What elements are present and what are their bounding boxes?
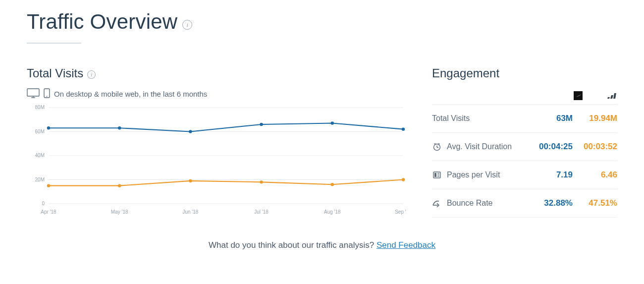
svg-point-27 — [47, 184, 50, 187]
feedback-question: What do you think about our traffic anal… — [209, 240, 376, 250]
engagement-rows: Total Visits63M19.94MAvg. Visit Duration… — [432, 105, 617, 218]
svg-text:Aug '18: Aug '18 — [324, 209, 341, 215]
info-icon[interactable] — [182, 20, 192, 30]
bounce-icon — [432, 198, 442, 208]
svg-text:20M: 20M — [35, 177, 45, 182]
platform-subtitle-row: On desktop & mobile web, in the last 6 m… — [27, 88, 432, 100]
svg-point-29 — [189, 179, 192, 182]
engagement-section: Engagement Total Visits63M19.94MAvg. V — [432, 66, 617, 218]
engagement-value-a: 32.88% — [530, 198, 573, 208]
total-visits-section: Total Visits On desktop — [27, 66, 432, 217]
pages-icon — [432, 170, 442, 180]
brand-b-logo-icon — [607, 91, 616, 100]
engagement-value-b: 6.46 — [575, 170, 617, 180]
engagement-value-b: 47.51% — [575, 198, 617, 208]
svg-point-24 — [260, 123, 263, 126]
svg-text:80M: 80M — [35, 105, 45, 110]
engagement-label: Bounce Rate — [432, 198, 530, 208]
svg-marker-33 — [607, 97, 610, 99]
brand-a-logo-icon — [574, 91, 583, 100]
svg-point-26 — [402, 127, 405, 130]
feedback-row: What do you think about our traffic anal… — [27, 240, 617, 250]
svg-text:60M: 60M — [35, 129, 45, 134]
engagement-label-text: Avg. Visit Duration — [447, 142, 512, 151]
svg-point-4 — [47, 96, 48, 97]
engagement-label-text: Bounce Rate — [447, 199, 493, 208]
svg-point-31 — [331, 183, 334, 186]
engagement-label: Total Visits — [432, 114, 530, 123]
svg-text:Jun '18: Jun '18 — [182, 209, 198, 215]
engagement-row: Total Visits63M19.94M — [432, 105, 617, 133]
svg-point-32 — [402, 178, 405, 181]
svg-text:40M: 40M — [35, 153, 45, 158]
svg-rect-42 — [434, 173, 436, 177]
svg-point-25 — [331, 121, 334, 124]
engagement-row: Pages per Visit7.196.46 — [432, 161, 617, 189]
mobile-icon — [44, 88, 50, 100]
page-title-row: Traffic Overview — [27, 10, 617, 34]
total-visits-title: Total Visits — [27, 66, 83, 80]
engagement-label-text: Pages per Visit — [447, 170, 500, 179]
svg-marker-35 — [613, 93, 616, 99]
svg-point-21 — [47, 126, 50, 129]
engagement-value-a: 63M — [530, 114, 573, 123]
platform-subtitle: On desktop & mobile web, in the last 6 m… — [54, 90, 207, 98]
page-title: Traffic Overview — [27, 10, 177, 34]
svg-text:May '18: May '18 — [111, 209, 128, 215]
svg-text:Jul '18: Jul '18 — [254, 209, 268, 215]
svg-text:0: 0 — [42, 201, 45, 206]
svg-point-23 — [189, 130, 192, 133]
engagement-title: Engagement — [432, 66, 617, 80]
engagement-value-b: 00:03:52 — [575, 142, 617, 152]
send-feedback-link[interactable]: Send Feedback — [376, 240, 435, 250]
engagement-label: Avg. Visit Duration — [432, 142, 530, 152]
svg-point-30 — [260, 180, 263, 183]
engagement-head-row — [432, 91, 617, 105]
svg-marker-34 — [610, 95, 613, 99]
traffic-overview-page: Traffic Overview Total Visits — [0, 0, 644, 250]
svg-rect-0 — [27, 89, 39, 96]
desktop-icon — [27, 88, 40, 100]
svg-text:Apr '18: Apr '18 — [41, 209, 56, 215]
title-underline — [27, 43, 81, 44]
svg-point-22 — [118, 126, 121, 129]
engagement-row: Avg. Visit Duration00:04:2500:03:52 — [432, 133, 617, 161]
engagement-label: Pages per Visit — [432, 170, 530, 180]
content-columns: Total Visits On desktop — [27, 66, 617, 218]
engagement-row: Bounce Rate32.88%47.51% — [432, 189, 617, 218]
info-icon[interactable] — [87, 70, 96, 79]
svg-text:Sep '18: Sep '18 — [395, 209, 406, 215]
engagement-label-text: Total Visits — [432, 114, 470, 123]
svg-point-28 — [118, 184, 121, 187]
engagement-value-a: 00:04:25 — [530, 142, 573, 152]
engagement-value-b: 19.94M — [575, 114, 617, 123]
total-visits-title-row: Total Visits — [27, 66, 432, 80]
clock-icon — [432, 142, 442, 152]
total-visits-chart: 020M40M60M80MApr '18May '18Jun '18Jul '1… — [27, 105, 406, 217]
engagement-value-a: 7.19 — [530, 170, 573, 180]
svg-line-38 — [437, 147, 438, 148]
